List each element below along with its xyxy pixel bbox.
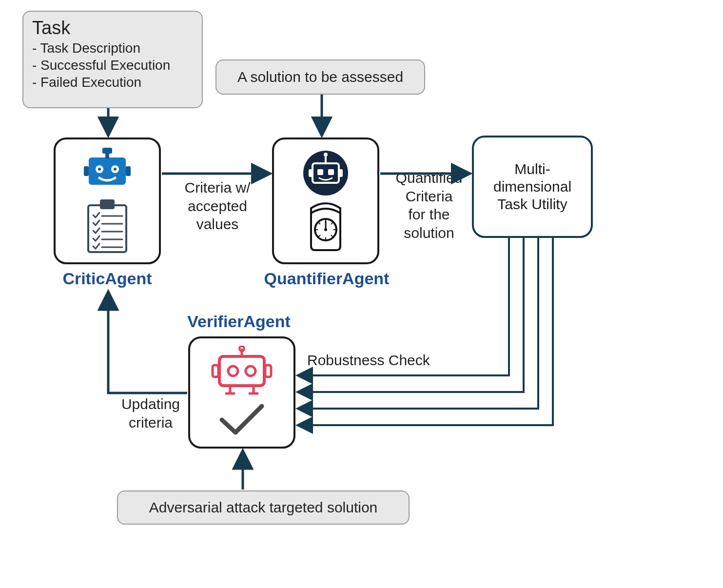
svg-point-26: [324, 228, 327, 231]
clipboard-icon: [80, 196, 134, 255]
svg-point-19: [324, 153, 328, 157]
critic-agent-label: CriticAgent: [53, 269, 162, 288]
diagram-canvas: Task - Task Description - Successful Exe…: [0, 0, 723, 588]
svg-rect-10: [100, 199, 115, 209]
svg-rect-3: [102, 148, 112, 154]
svg-point-8: [114, 168, 117, 171]
svg-rect-4: [105, 154, 109, 158]
adversarial-input-box: Adversarial attack targeted solution: [117, 490, 410, 525]
task-line-2: - Successful Execution: [32, 57, 193, 74]
svg-rect-2: [126, 166, 131, 176]
robot-circle-icon: [299, 149, 352, 197]
task-line-3: - Failed Execution: [32, 74, 193, 91]
svg-rect-1: [84, 166, 89, 176]
robustness-label: Robustness Check: [307, 351, 463, 370]
svg-point-41: [246, 366, 255, 376]
utility-text: Multi- dimensional Task Utility: [493, 160, 571, 213]
svg-rect-38: [213, 365, 218, 377]
solution-text: A solution to be assessed: [237, 69, 403, 85]
svg-rect-20: [309, 169, 313, 177]
quantified-label: Quantified Criteria for the solution: [385, 169, 473, 242]
svg-line-31: [319, 223, 320, 224]
task-input-box: Task - Task Description - Successful Exe…: [22, 11, 203, 108]
svg-line-32: [331, 223, 332, 224]
criteria-label: Criteria w/ accepted values: [169, 178, 266, 234]
svg-point-7: [98, 168, 101, 171]
svg-rect-21: [339, 169, 343, 177]
quantifier-agent-label: QuantifierAgent: [254, 269, 400, 288]
verifier-agent-label: VerifierAgent: [176, 312, 302, 331]
critic-agent-box: [54, 137, 161, 264]
task-title: Task: [32, 18, 193, 39]
solution-input-box: A solution to be assessed: [215, 59, 425, 95]
svg-rect-9: [88, 205, 126, 252]
svg-point-40: [228, 366, 238, 376]
checkmark-icon: [215, 400, 269, 439]
task-line-1: - Task Description: [32, 39, 193, 57]
robot-icon: [78, 147, 137, 194]
svg-line-34: [331, 235, 332, 236]
verifier-agent-box: [188, 336, 295, 449]
svg-rect-37: [219, 356, 264, 386]
quantifier-agent-box: [272, 137, 379, 264]
svg-rect-39: [265, 365, 271, 377]
updating-label: Updating criteria: [109, 395, 192, 431]
utility-box: Multi- dimensional Task Utility: [472, 136, 593, 238]
svg-rect-22: [317, 169, 323, 175]
svg-rect-23: [328, 169, 334, 175]
adversarial-text: Adversarial attack targeted solution: [149, 499, 378, 516]
svg-line-33: [319, 235, 320, 236]
robot-outline-icon: [208, 346, 276, 399]
scale-icon: [301, 199, 350, 253]
